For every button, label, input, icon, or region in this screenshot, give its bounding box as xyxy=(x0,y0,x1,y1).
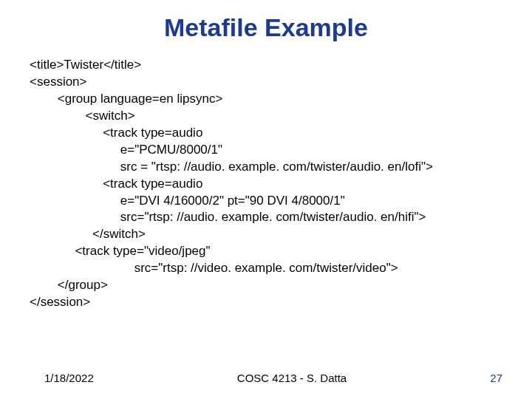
page-number: 27 xyxy=(490,372,502,384)
code-block: <title>Twister</title> <session> <group … xyxy=(30,57,502,311)
footer-center: COSC 4213 - S. Datta xyxy=(237,372,347,384)
footer: 1/18/2022 COSC 4213 - S. Datta 27 xyxy=(0,372,532,384)
slide-title: Metafile Example xyxy=(30,13,502,42)
slide: Metafile Example <title>Twister</title> … xyxy=(0,0,532,399)
footer-date: 1/18/2022 xyxy=(44,372,94,384)
